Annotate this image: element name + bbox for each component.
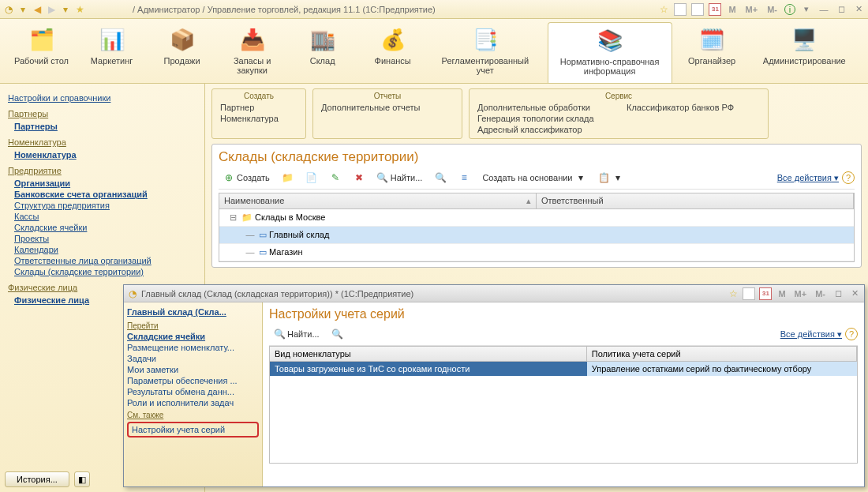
col-responsible[interactable]: Ответственный — [537, 193, 854, 208]
section-stock[interactable]: 📥Запасы и закупки — [222, 22, 282, 83]
nav-responsible[interactable]: Ответственные лица организаций — [14, 256, 204, 265]
memory-mplus[interactable]: M+ — [743, 4, 761, 15]
info-icon[interactable]: i — [784, 4, 795, 15]
fav-dropdown-icon[interactable]: ▾ — [60, 4, 71, 15]
forward-icon[interactable]: ▶ — [46, 4, 57, 15]
sw-restore-icon[interactable]: ◻ — [832, 287, 844, 300]
panel-service: Сервис Дополнительные обработки Генераци… — [469, 88, 769, 139]
table-row[interactable]: —▭ Главный склад — [219, 227, 854, 244]
sw-link-notes[interactable]: Мои заметки — [127, 365, 259, 374]
main-toolbar-row: ⊕Создать 📁 📄 ✎ ✖ 🔍Найти... 🔍 ≡ Создать н… — [219, 168, 855, 190]
subwin-titlebar: ◔ Главный склад (Склад (складская террит… — [124, 285, 864, 302]
service-topology[interactable]: Генерация топологии склада — [470, 113, 619, 124]
close-icon[interactable]: ✕ — [852, 3, 865, 16]
create-partner[interactable]: Партнер — [212, 102, 305, 113]
table-icon[interactable] — [691, 3, 704, 16]
create-button[interactable]: ⊕Создать — [219, 170, 275, 186]
edit-icon[interactable]: ✎ — [325, 170, 346, 186]
service-processing[interactable]: Дополнительные обработки — [470, 102, 619, 113]
list-mode-icon[interactable]: ≡ — [454, 170, 474, 186]
sw-nav-title[interactable]: Главный склад (Скла... — [127, 307, 259, 317]
sw-memory-m[interactable]: M — [776, 288, 788, 299]
find-button[interactable]: 🔍Найти... — [372, 170, 428, 186]
create-based-button[interactable]: Создать на основании▾ — [477, 170, 590, 186]
nav-cells[interactable]: Складские ячейки — [14, 223, 204, 232]
section-sales[interactable]: 📦Продажи — [152, 22, 212, 83]
sw-grid-icon[interactable] — [743, 287, 755, 300]
col-name[interactable]: Наименование ▴ — [219, 193, 537, 208]
service-address[interactable]: Адресный классификатор — [470, 124, 619, 135]
delete-icon[interactable]: ✖ — [349, 170, 369, 186]
section-marketing[interactable]: 📊Маркетинг — [81, 22, 142, 83]
all-actions-button[interactable]: Все действия ▾ — [777, 173, 839, 183]
sw-clear-find-icon[interactable]: 🔍 — [327, 326, 348, 342]
nav-group-partners: Партнеры — [8, 109, 204, 118]
copy-icon[interactable]: 📄 — [301, 170, 322, 186]
section-nsi[interactable]: 📚Нормативно-справочная информация — [548, 22, 672, 83]
nav-settings[interactable]: Настройки и справочники — [8, 93, 204, 103]
report-icon[interactable]: 📋▾ — [594, 170, 628, 186]
nav-bankacc[interactable]: Банковские счета организаций — [14, 190, 204, 199]
nav-cash[interactable]: Кассы — [14, 212, 204, 221]
nav-warehouses[interactable]: Склады (складские территории) — [14, 267, 204, 276]
memory-mminus[interactable]: M- — [765, 4, 780, 15]
section-finance[interactable]: 💰Финансы — [362, 22, 423, 83]
sw-memory-mminus[interactable]: M- — [813, 288, 828, 299]
maximize-icon[interactable]: ◻ — [835, 3, 847, 16]
nav-structure[interactable]: Структура предприятия — [14, 201, 204, 210]
subwin-content: Настройки учета серий 🔍Найти... 🔍 Все де… — [263, 302, 864, 486]
sw-col-policy[interactable]: Политика учета серий — [587, 347, 857, 361]
section-warehouse[interactable]: 🏬Склад — [292, 22, 353, 83]
table-row[interactable]: —▭ Магазин — [219, 244, 854, 261]
nav-orgs[interactable]: Организации — [14, 178, 204, 188]
back-icon[interactable]: ◀ — [32, 4, 43, 15]
nav-calendars[interactable]: Календари — [14, 245, 204, 254]
panel-reports-title: Отчеты — [313, 91, 462, 102]
table-row[interactable]: ⊟📁 Склады в Москве — [219, 209, 854, 227]
sw-memory-mplus[interactable]: M+ — [792, 288, 810, 299]
dropdown-icon[interactable]: ▾ — [17, 4, 28, 15]
sw-link-placement[interactable]: Размещение номенклату... — [127, 343, 259, 352]
sw-star-icon[interactable]: ☆ — [728, 288, 739, 299]
info-drop-icon[interactable]: ▾ — [800, 3, 813, 16]
sw-link-params[interactable]: Параметры обеспечения ... — [127, 376, 259, 385]
reports-additional[interactable]: Дополнительные отчеты — [313, 102, 462, 113]
nav-partners[interactable]: Партнеры — [14, 122, 204, 131]
create-nomenclature[interactable]: Номенклатура — [212, 113, 305, 124]
sw-col-type[interactable]: Вид номенклатуры — [270, 347, 587, 361]
help-icon[interactable]: ? — [842, 171, 855, 184]
star-icon[interactable]: ★ — [74, 4, 85, 15]
new-folder-icon[interactable]: 📁 — [278, 170, 298, 186]
nav-nomenclature[interactable]: Номенклатура — [14, 150, 204, 160]
calendar-icon[interactable]: 31 — [709, 3, 721, 16]
memory-m[interactable]: M — [726, 4, 738, 15]
main-titlebar: ◔ ▾ ◀ ▶ ▾ ★ / Администратор / Управление… — [0, 0, 868, 19]
service-banks[interactable]: Классификатор банков РФ — [619, 102, 768, 113]
grid-icon[interactable] — [674, 3, 687, 16]
sw-nav-head-goto: Перейти — [127, 321, 259, 330]
section-desktop[interactable]: 🗂️Рабочий стол — [11, 22, 72, 83]
nav-projects[interactable]: Проекты — [14, 234, 204, 243]
section-admin[interactable]: 🖥️Администрирование — [752, 22, 857, 83]
section-regaccounting[interactable]: 📑Регламентированный учет — [432, 22, 537, 83]
fav-star-icon[interactable]: ☆ — [658, 4, 669, 15]
sw-link-roles[interactable]: Роли и исполнители задач — [127, 398, 259, 407]
sw-calendar-icon[interactable]: 31 — [759, 287, 772, 300]
sw-find-button[interactable]: 🔍Найти... — [269, 326, 324, 342]
panel-toggle-icon[interactable]: ◧ — [74, 471, 90, 487]
sw-link-tasks[interactable]: Задачи — [127, 354, 259, 363]
sw-nav-head-seealso: См. также — [127, 411, 259, 419]
sw-link-series-highlight[interactable]: Настройки учета серий — [127, 422, 259, 438]
sw-link-cells[interactable]: Складские ячейки — [127, 332, 259, 341]
section-organizer[interactable]: 🗓️Органайзер — [682, 22, 743, 83]
logo-icon: ◔ — [3, 4, 14, 15]
sw-all-actions-button[interactable]: Все действия ▾ — [780, 329, 842, 340]
sw-close-icon[interactable]: ✕ — [848, 287, 861, 300]
sw-table-row[interactable]: Товары загруженые из ТиС со сроками годн… — [270, 362, 857, 376]
minimize-icon[interactable]: — — [817, 3, 830, 16]
sw-link-exchange[interactable]: Результаты обмена данн... — [127, 387, 259, 396]
clear-find-icon[interactable]: 🔍 — [430, 170, 451, 186]
history-button[interactable]: История... — [5, 471, 69, 487]
sw-help-icon[interactable]: ? — [845, 328, 858, 340]
window-title: / Администратор / Управление торговлей, … — [133, 5, 436, 14]
